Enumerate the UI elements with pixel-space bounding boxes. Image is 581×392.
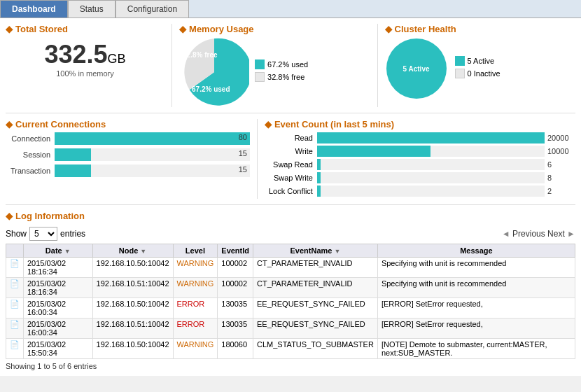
legend-active-label: 5 Active: [468, 57, 495, 65]
node-cell: 192.168.10.50:10042: [92, 339, 173, 359]
eventid-cell: 100002: [218, 258, 253, 278]
cluster-health-title: ◆Cluster Health: [385, 24, 575, 34]
col-header-eventid[interactable]: EventId: [218, 244, 253, 258]
event-track: [317, 172, 545, 183]
entries-select[interactable]: 5 10 25: [29, 227, 57, 241]
doc-icon-cell: 📄: [6, 278, 24, 298]
stored-value: 332.5: [44, 40, 107, 69]
event-label: Read: [265, 134, 317, 142]
legend-active: 5 Active: [455, 56, 500, 66]
top-row: ◆Total Stored 332.5GB 100% in memory ◆Me…: [6, 24, 575, 113]
event-bar-row: Lock Conflict 2: [265, 186, 575, 197]
prev-arrow: ◄: [502, 229, 510, 239]
event-value: 20000: [547, 134, 575, 142]
bar-value: 80: [239, 133, 247, 141]
col-header-level[interactable]: Level: [173, 244, 218, 258]
level-cell: ERROR: [173, 298, 218, 318]
col-header-message[interactable]: Message: [377, 244, 575, 258]
table-row: 📄 2015/03/02 16:00:34 192.168.10.50:1004…: [6, 298, 575, 318]
show-label: Show: [6, 229, 27, 239]
log-title: ◆Log Information: [6, 211, 85, 221]
date-cell: 2015/03/02 18:16:34: [24, 278, 93, 298]
pie-free-label: 32.8% free: [183, 51, 217, 59]
tab-bar: Dashboard Status Configuration: [0, 0, 581, 18]
doc-icon-cell: 📄: [6, 298, 24, 318]
eventid-cell: 130035: [218, 318, 253, 339]
bar-track: 15: [55, 164, 250, 177]
doc-icon: 📄: [10, 300, 20, 308]
eventname-cell: EE_REQUEST_SYNC_FAILED: [253, 298, 378, 318]
legend-active-box: [455, 56, 465, 66]
cluster-center-label: 5 Active: [403, 65, 430, 73]
col-header-eventname[interactable]: EventName ▼: [253, 244, 378, 258]
message-cell: [ERROR] SetError requested,: [377, 298, 575, 318]
eventid-cell: 180060: [218, 339, 253, 359]
message-cell: [NOTE] Demote to submaster, current:MAST…: [377, 339, 575, 359]
legend-used-label: 67.2% used: [267, 60, 308, 69]
event-fill: [317, 132, 545, 144]
stored-sub: 100% in memory: [6, 69, 164, 78]
current-conn-title: ◆Current Connections: [6, 119, 250, 130]
event-track: [317, 146, 545, 157]
memory-usage-section: ◆Memory Usage 32.8% free 67.2% used: [172, 24, 377, 107]
level-cell: WARNING: [173, 339, 218, 359]
bar-label: Session: [6, 150, 55, 159]
prev-button[interactable]: Previous: [512, 229, 545, 239]
bar-fill: [55, 132, 250, 145]
show-entries-control: Show 5 10 25 entries: [6, 227, 85, 241]
bar-fill: [55, 164, 91, 177]
event-label: Lock Conflict: [265, 187, 317, 195]
col-header-date[interactable]: Date ▼: [24, 244, 93, 258]
doc-icon-cell: 📄: [6, 339, 24, 359]
legend-used: 67.2% used: [255, 59, 308, 69]
doc-icon: 📄: [10, 259, 20, 267]
node-cell: 192.168.10.51:10042: [92, 318, 173, 339]
event-track: [317, 159, 545, 170]
mid-row: ◆Current Connections Connection 80 Sessi…: [6, 119, 575, 205]
eventname-cell: CT_PARAMETER_INVALID: [253, 278, 378, 298]
col-header-node[interactable]: Node ▼: [92, 244, 173, 258]
eventid-cell: 130035: [218, 298, 253, 318]
next-button[interactable]: Next: [547, 229, 565, 239]
col-header-doc: [6, 244, 24, 258]
message-cell: Specifying with unit is recommended: [377, 258, 575, 278]
connection-bar-row: Transaction 15: [6, 164, 250, 177]
event-label: Swap Read: [265, 160, 317, 169]
legend-free-label: 32.8% free: [267, 73, 304, 81]
memory-legend: 67.2% used 32.8% free: [255, 59, 308, 85]
main-content: ◆Total Stored 332.5GB 100% in memory ◆Me…: [0, 18, 581, 376]
event-fill: [317, 186, 321, 197]
date-cell: 2015/03/02 16:00:34: [24, 298, 93, 318]
level-cell: ERROR: [173, 318, 218, 339]
event-fill: [317, 159, 321, 170]
log-header: ◆Log Information: [6, 211, 575, 224]
bar-track: 15: [55, 148, 250, 161]
event-bars: Read 20000 Write 10000 Swap Read 6 Swap …: [265, 132, 575, 197]
event-fill: [317, 172, 321, 183]
log-title-row: ◆Log Information: [6, 211, 85, 224]
tab-status[interactable]: Status: [68, 0, 115, 18]
event-bar-row: Swap Read 6: [265, 159, 575, 170]
date-cell: 2015/03/02 15:50:34: [24, 339, 93, 359]
connection-bar-row: Connection 80: [6, 132, 250, 145]
doc-icon-cell: 📄: [6, 318, 24, 339]
eventname-cell: CLM_STATUS_TO_SUBMASTER: [253, 339, 378, 359]
node-cell: 192.168.10.50:10042: [92, 298, 173, 318]
tab-dashboard[interactable]: Dashboard: [0, 0, 68, 18]
doc-icon: 📄: [10, 320, 20, 328]
message-cell: [ERROR] SetError requested,: [377, 318, 575, 339]
tab-configuration[interactable]: Configuration: [115, 0, 189, 18]
table-row: 📄 2015/03/02 15:50:34 192.168.10.50:1004…: [6, 339, 575, 359]
eventid-cell: 100002: [218, 278, 253, 298]
legend-free-box: [255, 72, 265, 82]
event-value: 6: [547, 160, 575, 169]
event-bar-row: Swap Write 8: [265, 172, 575, 183]
next-arrow: ►: [567, 229, 575, 239]
cluster-content: 5 Active 5 Active 0 Inactive: [385, 37, 575, 100]
cluster-health-section: ◆Cluster Health 5 Active 5 Active: [378, 24, 575, 107]
log-section: ◆Log Information Show 5 10 25 entries ◄ …: [6, 211, 575, 370]
event-track: [317, 186, 545, 197]
event-track: [317, 132, 545, 144]
current-connections-section: ◆Current Connections Connection 80 Sessi…: [6, 119, 258, 199]
bar-label: Connection: [6, 134, 55, 143]
